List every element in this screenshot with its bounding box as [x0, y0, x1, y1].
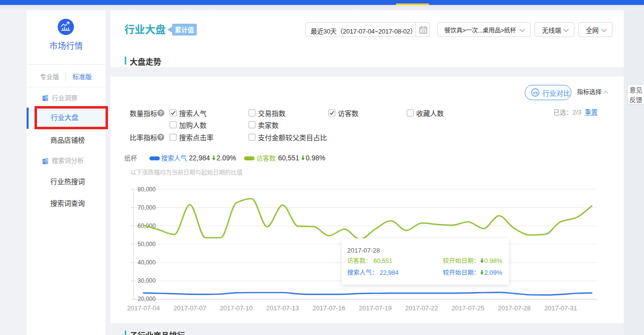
svg-text:2017-07-16: 2017-07-16: [313, 304, 346, 312]
svg-text:70,000: 70,000: [138, 204, 156, 211]
svg-text:20,000: 20,000: [138, 296, 156, 302]
svg-text:2017-07-10: 2017-07-10: [220, 304, 253, 312]
svg-text:40,000: 40,000: [138, 259, 156, 266]
svg-text:2017-07-28: 2017-07-28: [498, 304, 531, 312]
svg-text:30,000: 30,000: [138, 277, 156, 284]
svg-text:2017-07-25: 2017-07-25: [452, 304, 485, 312]
svg-text:VS: VS: [533, 91, 537, 95]
svg-text:15: 15: [421, 29, 425, 34]
svg-text:50,000: 50,000: [138, 241, 156, 248]
svg-text:2017-07-07: 2017-07-07: [174, 304, 207, 312]
svg-text:2017-07-19: 2017-07-19: [359, 304, 392, 312]
svg-text:80,000: 80,000: [138, 186, 156, 193]
svg-text:2017-07-22: 2017-07-22: [405, 304, 438, 312]
svg-text:2017-07-13: 2017-07-13: [266, 304, 299, 312]
svg-text:2017-07-04: 2017-07-04: [127, 304, 160, 312]
svg-text:2017-07-31: 2017-07-31: [544, 304, 577, 312]
